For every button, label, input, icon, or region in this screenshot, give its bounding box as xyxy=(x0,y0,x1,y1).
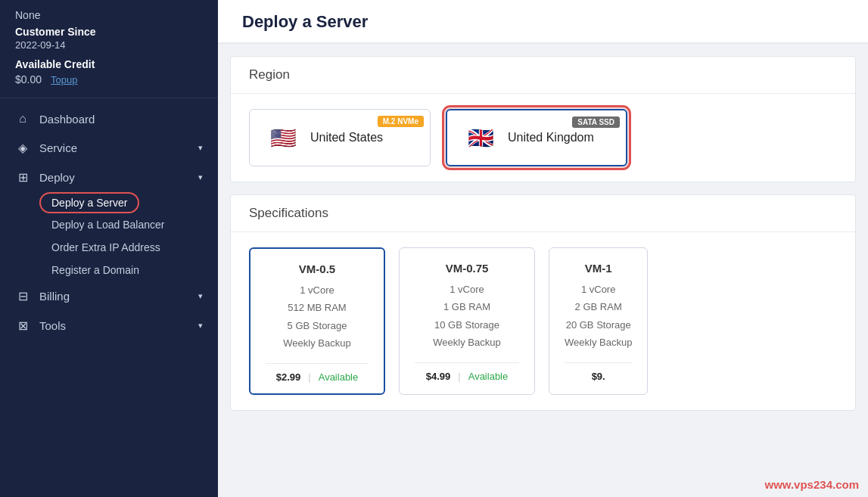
sidebar-none-label: None xyxy=(15,9,203,21)
sidebar-item-tools[interactable]: ⊠ Tools ▾ xyxy=(0,311,218,340)
chevron-down-icon: ▾ xyxy=(198,143,203,153)
spec-card-vm05[interactable]: VM-0.5 1 vCore 512 MB RAM 5 GB Storage W… xyxy=(249,247,385,395)
sidebar-item-deploy-server[interactable]: Deploy a Server xyxy=(39,192,139,213)
sidebar-item-deploy-lb[interactable]: Deploy a Load Balancer xyxy=(39,213,218,236)
sidebar-item-order-ip[interactable]: Order Extra IP Address xyxy=(39,236,218,259)
deploy-submenu: Deploy a Server Deploy a Load Balancer O… xyxy=(0,192,218,281)
chevron-down-billing-icon: ▾ xyxy=(198,291,203,301)
sidebar-account-info: None Customer Since 2022-09-14 Available… xyxy=(0,0,218,98)
billing-icon: ⊟ xyxy=(15,289,30,303)
spec-name-vm05: VM-0.5 xyxy=(266,262,369,275)
region-card-us[interactable]: 🇺🇸 United States M.2 NVMe xyxy=(249,109,431,166)
spec-name-vm075: VM-0.75 xyxy=(415,262,519,275)
sidebar-item-register-domain[interactable]: Register a Domain xyxy=(39,259,218,281)
chevron-down-deploy-icon: ▾ xyxy=(198,172,203,182)
spec-footer-vm05: $2.99 | Available xyxy=(266,363,369,383)
spec-avail-vm075: Available xyxy=(468,371,509,382)
sidebar-item-deploy[interactable]: ⊞ Deploy ▾ xyxy=(0,163,218,192)
sidebar-customer-since-value: 2022-09-14 xyxy=(15,39,203,51)
spec-price-vm075: $4.99 xyxy=(426,371,451,382)
sidebar-credit-row: $0.00 Topup xyxy=(15,73,203,85)
service-icon: ◈ xyxy=(15,141,30,155)
sidebar-deploy-label: Deploy xyxy=(39,171,189,184)
topup-link[interactable]: Topup xyxy=(51,74,77,85)
specifications-section: Specifications VM-0.5 1 vCore 512 MB RAM… xyxy=(230,194,856,411)
spec-row: VM-0.5 1 vCore 512 MB RAM 5 GB Storage W… xyxy=(249,247,837,395)
sidebar-available-credit-label: Available Credit xyxy=(15,58,203,70)
sidebar-credit-amount: $0.00 xyxy=(15,73,42,85)
sidebar-dashboard-label: Dashboard xyxy=(39,113,203,126)
spec-detail-vm075: 1 vCore 1 GB RAM 10 GB Storage Weekly Ba… xyxy=(415,281,519,352)
spec-footer-vm1: $9. xyxy=(565,362,632,382)
specifications-title: Specifications xyxy=(231,195,855,232)
spec-price-vm1: $9. xyxy=(592,371,605,382)
chevron-down-tools-icon: ▾ xyxy=(198,321,203,331)
sidebar-item-service[interactable]: ◈ Service ▾ xyxy=(0,133,218,163)
spec-card-vm1[interactable]: VM-1 1 vCore 2 GB RAM 20 GB Storage Week… xyxy=(549,247,648,395)
sidebar-service-label: Service xyxy=(39,141,189,154)
spec-price-vm05: $2.99 xyxy=(276,371,301,383)
sidebar-item-billing[interactable]: ⊟ Billing ▾ xyxy=(0,281,218,311)
dashboard-icon: ⌂ xyxy=(15,112,30,126)
spec-name-vm1: VM-1 xyxy=(565,262,632,275)
spec-footer-vm075: $4.99 | Available xyxy=(415,362,519,382)
us-region-badge: M.2 NVMe xyxy=(378,116,424,127)
deploy-icon: ⊞ xyxy=(15,170,30,185)
sidebar-item-dashboard[interactable]: ⌂ Dashboard xyxy=(0,104,218,133)
sidebar: None Customer Since 2022-09-14 Available… xyxy=(0,0,218,497)
us-flag: 🇺🇸 xyxy=(266,121,300,154)
uk-region-name: United Kingdom xyxy=(508,131,594,144)
spec-detail-vm1: 1 vCore 2 GB RAM 20 GB Storage Weekly Ba… xyxy=(565,281,632,352)
region-row: 🇺🇸 United States M.2 NVMe 🇬🇧 United King… xyxy=(249,109,837,166)
sidebar-customer-since-label: Customer Since xyxy=(15,26,203,38)
spec-detail-vm05: 1 vCore 512 MB RAM 5 GB Storage Weekly B… xyxy=(266,281,369,353)
sidebar-nav: ⌂ Dashboard ◈ Service ▾ ⊞ Deploy ▾ Deplo… xyxy=(0,98,218,346)
tools-icon: ⊠ xyxy=(15,318,30,333)
uk-flag: 🇬🇧 xyxy=(464,121,497,154)
page-title: Deploy a Server xyxy=(242,12,368,31)
uk-region-badge: SATA SSD xyxy=(572,116,620,128)
region-section: Region 🇺🇸 United States M.2 NVMe 🇬🇧 Unit… xyxy=(230,56,856,182)
page-header: Deploy a Server xyxy=(218,0,868,44)
us-region-name: United States xyxy=(310,131,383,144)
sidebar-billing-label: Billing xyxy=(39,290,189,303)
region-section-title: Region xyxy=(231,57,855,94)
spec-avail-vm05: Available xyxy=(319,371,359,383)
region-body: 🇺🇸 United States M.2 NVMe 🇬🇧 United King… xyxy=(231,94,855,182)
main-content: Deploy a Server Region 🇺🇸 United States … xyxy=(218,0,868,497)
spec-card-vm075[interactable]: VM-0.75 1 vCore 1 GB RAM 10 GB Storage W… xyxy=(399,247,535,395)
region-card-uk[interactable]: 🇬🇧 United Kingdom SATA SSD xyxy=(446,109,627,166)
sidebar-tools-label: Tools xyxy=(39,319,189,332)
specs-body: VM-0.5 1 vCore 512 MB RAM 5 GB Storage W… xyxy=(231,232,855,410)
